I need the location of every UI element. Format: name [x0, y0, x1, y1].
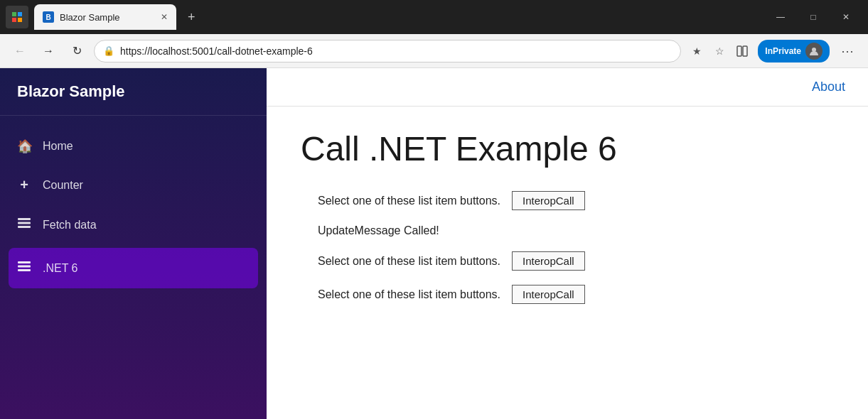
minimize-button[interactable]: —: [764, 6, 797, 28]
address-actions: ★ ☆: [687, 41, 752, 61]
tab-close-button[interactable]: ✕: [161, 12, 168, 22]
sidebar-item-counter[interactable]: + Counter: [0, 165, 267, 205]
interop-call-button-2[interactable]: InteropCall: [512, 251, 585, 271]
lock-icon: 🔒: [103, 45, 114, 56]
more-options-button[interactable]: ⋯: [835, 40, 859, 62]
counter-icon: +: [17, 177, 31, 193]
main-content: About Call .NET Example 6 Select one of …: [267, 68, 868, 419]
home-icon: 🏠: [17, 138, 31, 154]
window-controls: — □ ✕: [764, 6, 862, 28]
interop-call-button-3[interactable]: InteropCall: [512, 285, 585, 304]
list-item: Select one of these list item buttons. I…: [318, 285, 834, 304]
inprivate-label: InPrivate: [765, 46, 801, 56]
maximize-button[interactable]: □: [797, 6, 830, 28]
inprivate-badge[interactable]: InPrivate: [758, 40, 830, 62]
svg-rect-2: [12, 18, 16, 22]
interop-call-button-0[interactable]: InteropCall: [512, 191, 585, 210]
active-tab[interactable]: B Blazor Sample ✕: [34, 4, 176, 30]
back-button[interactable]: ←: [9, 40, 31, 62]
list-item-text-2: Select one of these list item buttons.: [318, 255, 500, 268]
reading-list-icon[interactable]: ☆: [709, 41, 729, 61]
address-bar: ← → ↻ 🔒 https://localhost:5001/call-dotn…: [0, 34, 868, 68]
title-bar-left: B Blazor Sample ✕ +: [6, 4, 201, 30]
list-item-text-0: Select one of these list item buttons.: [318, 195, 500, 207]
tab-title-text: Blazor Sample: [60, 12, 120, 23]
svg-rect-10: [18, 261, 31, 263]
browser-window: B Blazor Sample ✕ + — □ ✕ ← → ↻ 🔒 https:…: [0, 0, 868, 419]
svg-rect-5: [743, 46, 747, 56]
favorites-icon[interactable]: ★: [687, 41, 707, 61]
content-body: Call .NET Example 6 Select one of these …: [267, 107, 868, 341]
svg-rect-11: [18, 266, 31, 268]
svg-rect-1: [18, 12, 22, 16]
list-container: Select one of these list item buttons. I…: [301, 191, 834, 304]
list-item-text-3: Select one of these list item buttons.: [318, 288, 500, 301]
list-item: Select one of these list item buttons. I…: [318, 191, 834, 210]
sidebar-item-home[interactable]: 🏠 Home: [0, 127, 267, 165]
sidebar-item-home-label: Home: [43, 140, 73, 153]
browser-logo-icon: [6, 6, 28, 28]
topbar: About: [267, 68, 868, 107]
sidebar-header: Blazor Sample: [0, 68, 267, 116]
dotnet6-icon: [17, 259, 31, 277]
list-item: Select one of these list item buttons. I…: [318, 251, 834, 271]
address-input[interactable]: 🔒 https://localhost:5001/call-dotnet-exa…: [94, 40, 681, 62]
close-button[interactable]: ✕: [830, 6, 862, 28]
split-screen-icon[interactable]: [732, 41, 752, 61]
new-tab-button[interactable]: +: [182, 7, 201, 28]
sidebar-item-counter-label: Counter: [43, 179, 83, 192]
title-bar: B Blazor Sample ✕ + — □ ✕: [0, 0, 868, 34]
list-item-text-1: UpdateMessage Called!: [318, 224, 439, 237]
svg-rect-12: [18, 269, 31, 271]
url-text: https://localhost:5001/call-dotnet-examp…: [120, 45, 672, 57]
profile-avatar: [805, 43, 823, 60]
about-link[interactable]: About: [812, 80, 845, 94]
sidebar-item-fetch-data[interactable]: Fetch data: [0, 205, 267, 245]
fetch-data-icon: [17, 216, 31, 234]
svg-rect-9: [18, 226, 31, 228]
svg-rect-7: [18, 218, 31, 220]
app-content: Blazor Sample 🏠 Home + Counter Fetch dat…: [0, 68, 868, 419]
svg-rect-4: [737, 46, 741, 56]
sidebar-item-dotnet6-label: .NET 6: [43, 262, 78, 275]
sidebar-title: Blazor Sample: [17, 82, 125, 100]
refresh-button[interactable]: ↻: [65, 40, 88, 62]
page-title: Call .NET Example 6: [301, 129, 834, 168]
svg-rect-8: [18, 222, 31, 224]
list-item: UpdateMessage Called!: [318, 224, 834, 237]
forward-button[interactable]: →: [37, 40, 60, 62]
sidebar: Blazor Sample 🏠 Home + Counter Fetch dat…: [0, 68, 267, 419]
svg-rect-3: [18, 18, 22, 22]
sidebar-nav: 🏠 Home + Counter Fetch data: [0, 116, 267, 303]
svg-rect-0: [12, 12, 16, 16]
sidebar-item-fetch-data-label: Fetch data: [43, 219, 97, 232]
tab-favicon: B: [43, 11, 54, 23]
sidebar-item-dotnet6[interactable]: .NET 6: [9, 248, 258, 288]
